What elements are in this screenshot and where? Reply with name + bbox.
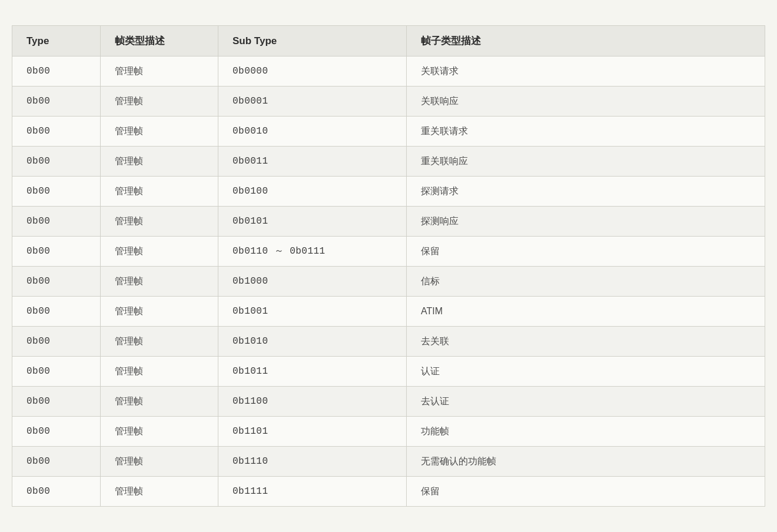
cell-sub-type: 0b1000 [218,267,407,297]
table-row: 0b00管理帧0b1101功能帧 [12,417,765,447]
cell-frame-desc: 管理帧 [101,147,218,177]
cell-frame-desc: 管理帧 [101,56,218,87]
frame-type-table: Type 帧类型描述 Sub Type 帧子类型描述 0b00管理帧0b0000… [12,25,765,507]
cell-sub-type: 0b0011 [218,147,407,177]
cell-frame-desc: 管理帧 [101,117,218,147]
col-header-frame-desc: 帧类型描述 [101,26,218,56]
cell-sub-type: 0b1011 [218,357,407,387]
cell-frame-desc: 管理帧 [101,177,218,207]
cell-sub-frame-desc: ATIM [407,297,765,327]
cell-frame-desc: 管理帧 [101,357,218,387]
cell-sub-frame-desc: 关联响应 [407,87,765,117]
cell-sub-type: 0b1110 [218,447,407,477]
cell-sub-frame-desc: 去关联 [407,327,765,357]
table-row: 0b00管理帧0b0010重关联请求 [12,117,765,147]
cell-sub-type: 0b0100 [218,177,407,207]
cell-sub-type: 0b1001 [218,297,407,327]
table-row: 0b00管理帧0b0000关联请求 [12,56,765,87]
table-row: 0b00管理帧0b0110 ～ 0b0111保留 [12,237,765,267]
cell-frame-desc: 管理帧 [101,207,218,237]
cell-frame-desc: 管理帧 [101,237,218,267]
cell-type: 0b00 [12,477,101,507]
cell-type: 0b00 [12,267,101,297]
table-row: 0b00管理帧0b0011重关联响应 [12,147,765,177]
cell-type: 0b00 [12,117,101,147]
cell-type: 0b00 [12,177,101,207]
table-row: 0b00管理帧0b1010去关联 [12,327,765,357]
table-row: 0b00管理帧0b0101探测响应 [12,207,765,237]
cell-sub-frame-desc: 重关联响应 [407,147,765,177]
table-container: Type 帧类型描述 Sub Type 帧子类型描述 0b00管理帧0b0000… [12,25,765,507]
cell-sub-frame-desc: 保留 [407,237,765,267]
cell-sub-type: 0b0000 [218,56,407,87]
cell-frame-desc: 管理帧 [101,477,218,507]
cell-sub-frame-desc: 探测响应 [407,207,765,237]
cell-sub-frame-desc: 关联请求 [407,56,765,87]
cell-type: 0b00 [12,327,101,357]
cell-sub-frame-desc: 信标 [407,267,765,297]
table-row: 0b00管理帧0b1000信标 [12,267,765,297]
table-row: 0b00管理帧0b1001ATIM [12,297,765,327]
cell-sub-type: 0b1010 [218,327,407,357]
table-row: 0b00管理帧0b1011认证 [12,357,765,387]
cell-sub-type: 0b0110 ～ 0b0111 [218,237,407,267]
cell-sub-frame-desc: 保留 [407,477,765,507]
table-row: 0b00管理帧0b0001关联响应 [12,87,765,117]
table-row: 0b00管理帧0b1110无需确认的功能帧 [12,447,765,477]
cell-sub-frame-desc: 重关联请求 [407,117,765,147]
cell-sub-type: 0b0001 [218,87,407,117]
cell-sub-type: 0b1111 [218,477,407,507]
cell-sub-frame-desc: 无需确认的功能帧 [407,447,765,477]
cell-type: 0b00 [12,56,101,87]
cell-type: 0b00 [12,237,101,267]
table-row: 0b00管理帧0b1111保留 [12,477,765,507]
table-header-row: Type 帧类型描述 Sub Type 帧子类型描述 [12,26,765,56]
cell-sub-type: 0b1101 [218,417,407,447]
cell-type: 0b00 [12,447,101,477]
col-header-sub-type: Sub Type [218,26,407,56]
cell-frame-desc: 管理帧 [101,387,218,417]
cell-frame-desc: 管理帧 [101,87,218,117]
cell-type: 0b00 [12,387,101,417]
cell-type: 0b00 [12,417,101,447]
cell-type: 0b00 [12,147,101,177]
cell-sub-type: 0b0101 [218,207,407,237]
cell-type: 0b00 [12,297,101,327]
cell-sub-frame-desc: 认证 [407,357,765,387]
cell-sub-type: 0b1100 [218,387,407,417]
table-row: 0b00管理帧0b1100去认证 [12,387,765,417]
cell-frame-desc: 管理帧 [101,297,218,327]
cell-frame-desc: 管理帧 [101,327,218,357]
cell-sub-type: 0b0010 [218,117,407,147]
col-header-type: Type [12,26,101,56]
cell-frame-desc: 管理帧 [101,267,218,297]
cell-type: 0b00 [12,87,101,117]
cell-sub-frame-desc: 探测请求 [407,177,765,207]
cell-type: 0b00 [12,207,101,237]
cell-frame-desc: 管理帧 [101,447,218,477]
table-row: 0b00管理帧0b0100探测请求 [12,177,765,207]
cell-sub-frame-desc: 功能帧 [407,417,765,447]
cell-type: 0b00 [12,357,101,387]
cell-frame-desc: 管理帧 [101,417,218,447]
col-header-sub-frame-desc: 帧子类型描述 [407,26,765,56]
cell-sub-frame-desc: 去认证 [407,387,765,417]
